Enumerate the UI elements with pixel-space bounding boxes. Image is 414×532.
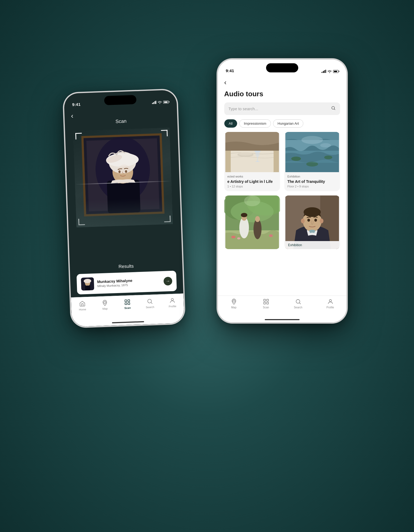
nav-label-scan: Scan (124, 306, 130, 309)
dynamic-island-2 (266, 63, 298, 72)
nav-item-search-2[interactable]: Search (290, 298, 306, 309)
gallery-card-3[interactable] (224, 195, 280, 249)
card-1-image (224, 132, 280, 172)
svg-point-58 (307, 219, 310, 222)
gallery-card-4[interactable]: Exhibition (284, 195, 340, 249)
map-icon-2 (231, 298, 237, 305)
nav-item-home[interactable]: Home (74, 300, 90, 311)
filter-all[interactable]: All (224, 119, 237, 128)
corner-bracket-tr (161, 130, 167, 136)
svg-point-51 (244, 195, 260, 206)
svg-point-33 (291, 157, 301, 161)
svg-rect-19 (125, 303, 127, 305)
nav-label-scan-2: Scan (263, 306, 269, 309)
svg-point-35 (324, 156, 332, 159)
svg-rect-68 (267, 302, 268, 304)
card-1-info: ected works e Artistry of Light in l Lif… (224, 172, 280, 191)
svg-point-64 (233, 300, 235, 302)
svg-point-49 (237, 237, 240, 239)
result-info: Munkacsy Mihalyne Mihaly Munkacsy, 1875 (97, 277, 161, 287)
svg-point-50 (269, 234, 273, 237)
back-button-phone2[interactable]: ‹ (218, 75, 346, 89)
gallery-card-1[interactable]: ected works e Artistry of Light in l Lif… (224, 132, 280, 191)
nav-item-profile-2[interactable]: Profile (322, 298, 338, 309)
svg-point-59 (314, 219, 317, 222)
card-1-title: e Artistry of Light in l Life (227, 179, 277, 184)
home-indicator (112, 321, 144, 323)
nav-item-map-2[interactable]: Map (226, 298, 242, 309)
audio-tours-content: ‹ Audio tours Type to search... All (218, 75, 346, 322)
nav-label-map: Map (102, 307, 108, 310)
search-bar[interactable]: Type to search... (224, 102, 340, 115)
nav-item-search[interactable]: Search (141, 298, 158, 309)
gallery-grid: ected works e Artistry of Light in l Lif… (218, 132, 346, 249)
back-button-phone1[interactable]: ‹ (71, 112, 73, 120)
svg-point-48 (231, 236, 236, 238)
wifi-icon-2 (327, 70, 332, 73)
nav-label-profile-2: Profile (326, 306, 334, 309)
phone-scan-screen: 9:41 ‹ Scan (64, 90, 184, 327)
wifi-icon (158, 101, 162, 104)
svg-rect-20 (128, 302, 130, 304)
scan-painting-area (73, 128, 173, 227)
filter-impressionism[interactable]: Impressionism (239, 119, 271, 128)
nav-label-search-2: Search (294, 306, 303, 309)
battery-icon (163, 100, 169, 104)
profile-icon (169, 297, 176, 304)
home-indicator-2 (265, 319, 300, 320)
status-icons-phone2 (322, 70, 338, 73)
results-label: Results (76, 262, 176, 271)
bottom-nav-phone2: Map Scan (218, 295, 346, 322)
search-submit-icon[interactable] (331, 106, 336, 112)
card-4-image: Exhibition (284, 195, 340, 249)
svg-rect-66 (267, 299, 268, 301)
filter-hungarian-art[interactable]: Hungarian Art (273, 119, 304, 128)
result-card[interactable]: Munkacsy Mihalyne Mihaly Munkacsy, 1875 … (76, 271, 177, 294)
svg-point-30 (239, 152, 252, 156)
gallery-card-2[interactable]: Exhibition The Art of Tranquility Floor … (284, 132, 340, 191)
svg-rect-65 (264, 299, 266, 301)
filter-pills: All Impressionism Hungarian Art (218, 119, 346, 132)
svg-point-45 (241, 213, 247, 217)
scan-icon-2 (263, 298, 269, 305)
scan-icon (124, 299, 130, 305)
card-2-image (284, 132, 340, 172)
corner-bracket-tl (75, 133, 82, 139)
card-2-info: Exhibition The Art of Tranquility Floor … (284, 172, 340, 191)
svg-rect-15 (85, 286, 90, 291)
result-arrow-button[interactable]: → (163, 277, 172, 286)
svg-point-69 (296, 300, 300, 303)
phone-audio-tours-screen: 9:41 ‹ (218, 60, 346, 322)
search-icon-2 (295, 298, 301, 305)
svg-point-37 (320, 143, 331, 147)
nav-item-scan-2[interactable]: Scan (258, 298, 274, 309)
nav-item-map[interactable]: Map (96, 300, 113, 311)
nav-item-profile[interactable]: Profile (164, 297, 180, 308)
nav-item-scan[interactable]: Scan (119, 299, 135, 310)
nav-label-search: Search (146, 305, 154, 309)
map-icon (101, 300, 108, 306)
svg-rect-67 (264, 302, 266, 304)
svg-rect-18 (128, 300, 129, 301)
svg-point-60 (301, 219, 305, 223)
time-phone2: 9:41 (226, 68, 234, 73)
svg-point-36 (301, 136, 323, 144)
profile-icon-2 (327, 298, 334, 305)
search-icon (146, 298, 153, 305)
svg-point-70 (329, 300, 331, 302)
svg-point-21 (147, 299, 151, 303)
svg-text:Exhibition: Exhibition (288, 243, 302, 247)
svg-point-23 (332, 106, 335, 109)
bottom-nav-phone1: Home Map (71, 293, 184, 327)
svg-point-22 (171, 298, 173, 301)
card-1-sub: 1 • 12 stops (227, 185, 277, 188)
result-thumbnail (81, 277, 94, 291)
svg-rect-17 (125, 300, 126, 302)
signal-icon (152, 101, 156, 104)
nav-label-map-2: Map (231, 306, 236, 309)
home-icon (79, 300, 85, 307)
svg-point-47 (255, 216, 260, 222)
signal-icon-2 (322, 70, 326, 73)
search-placeholder: Type to search... (229, 106, 258, 111)
dynamic-island (104, 95, 136, 105)
